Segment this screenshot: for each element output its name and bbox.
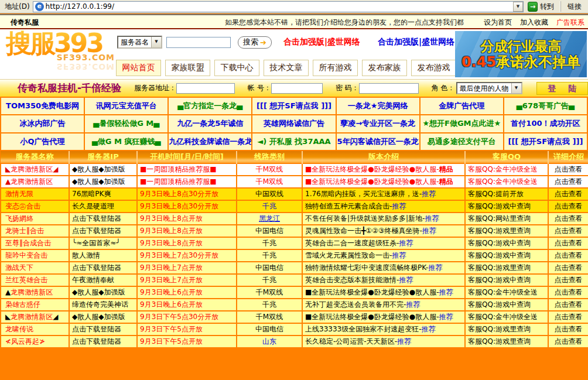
ad-link[interactable]: 易通多途径支付平台 [420,133,504,150]
detail-link-cell[interactable]: 点击查看 [548,299,588,311]
ad-link[interactable]: 冰冰内部广告 [1,115,84,132]
ad-banner[interactable]: 分成行业最高 0.45承诺永不掉单 [455,31,587,77]
promo-link-1[interactable]: 合击加强版|盛世网络 [378,37,454,47]
detail-link-cell[interactable]: 点击查看 [548,249,588,262]
detail-link-cell[interactable]: 点击查看 [548,163,588,176]
go-button[interactable]: → 转到 [524,1,558,13]
version-cell[interactable]: ■全新玩法终极全爆●卧龙爆经验●散人服-推荐 [302,286,465,299]
url-input[interactable] [46,2,513,11]
version-cell[interactable]: 长久稳定-公司运营-天天新区-推荐 [302,336,465,348]
topbar-link-1[interactable]: 加入收藏 [520,18,548,28]
ad-link[interactable]: ◄) 开私服 找37AAA [252,133,336,150]
server-name-cell[interactable]: 至尊‖合成合击 [1,237,69,249]
site-logo[interactable]: 搜服393 SF393.COM SF393.COM [6,30,115,71]
detail-link-cell[interactable]: 点击查看 [548,176,588,188]
version-cell[interactable]: ■全新玩法终极全爆●卧龙爆经验●散人服-精品 [302,163,465,176]
ad-link[interactable]: ▄678哥哥广告▄ [504,97,587,115]
server-name-cell[interactable]: ▲龙腾激情新区 [1,286,69,299]
server-name-cell[interactable]: 龍吟中变合击 [1,249,69,262]
password-input[interactable] [359,83,419,94]
detail-link-cell[interactable]: 点击查看 [548,262,588,274]
ad-link[interactable]: 首付100！成功开区 [504,115,587,132]
version-cell[interactable]: 上线33333级全国独家不封速超变狂-推荐 [302,323,465,336]
server-name-cell[interactable]: ◣龙腾激情新区◢ [1,311,69,323]
detail-link-cell[interactable]: 点击查看 [548,286,588,299]
topbar-link-0[interactable]: 设为首页 [484,18,512,28]
detail-link-cell[interactable]: 点击查看 [548,188,588,200]
ad-link[interactable]: 小Q广告代理 [1,133,84,150]
server-name-cell[interactable]: 龙啸传说 [1,323,69,336]
detail-link-cell[interactable]: 点击查看 [548,336,588,348]
ad-link[interactable]: 一条龙★完美网络 [336,97,420,115]
cell-text: 推荐 [439,313,453,321]
cell-text: ▲ [5,288,11,296]
detail-link-cell[interactable]: 点击查看 [548,323,588,336]
topbar-link-2[interactable]: 广告联系 [556,18,584,28]
ad-link[interactable]: 英雄网络诚信广告 [252,115,336,132]
server-name-cell[interactable]: 变态㊣合击 [1,200,69,213]
ad-link[interactable]: ▄做G M 疯狂赚钱▄ [84,133,168,150]
nav-tab-6[interactable]: 发布游戏 [411,60,456,76]
cell-text: 龙腾激情新区 [11,313,53,321]
search-button[interactable]: 搜索 ➔ [238,36,272,49]
server-name-cell[interactable]: ▲龙腾激情新区 [1,176,69,188]
nav-tab-0[interactable]: 网站首页 [116,60,161,76]
nav-tab-3[interactable]: 技术文章 [264,60,309,76]
detail-link-cell[interactable]: 点击查看 [548,311,588,323]
detail-link-cell[interactable]: 点击查看 [548,213,588,225]
address-field[interactable]: e ▼ [33,1,524,12]
version-cell[interactable]: 不售任何装备|升级就送奖励多多|新地-推荐 [302,213,465,225]
ad-link[interactable]: 九亿一条龙5年诚信 [168,115,252,132]
search-input[interactable] [166,37,231,48]
server-name-cell[interactable]: 飞扬網絡 [1,213,69,225]
server-name-cell[interactable]: ◣龙腾激情新区◢ [1,163,69,176]
nav-tab-2[interactable]: 下载中心 [214,60,259,76]
nav-tab-4[interactable]: 所有游戏 [313,60,358,76]
version-cell[interactable]: 无补丁超变态送会员装备用不完-推荐 [302,299,465,311]
promo-link-0[interactable]: 合击加强版|盛世网络 [283,37,360,47]
account-input[interactable] [271,83,323,94]
ad-link[interactable]: ★想开F做GM点此进★ [420,115,504,132]
server-name-cell[interactable]: 枭雄古惑仔 [1,299,69,311]
address-dropdown-button[interactable]: ▼ [513,2,523,12]
version-cell[interactable]: 英雄合击变态版本新技能激情-推荐 [302,274,465,286]
version-cell[interactable]: ■全新玩法终极全爆●卧龙爆经验●散人服-推荐 [302,311,465,323]
ad-link[interactable]: ▄官方指定一条龙▄ [168,97,252,115]
nav-tab-5[interactable]: 发布家族 [362,60,407,76]
version-cell[interactable]: 独特创造五种元素合成合击-推荐 [302,200,465,213]
open-time-cell: 9月3日晚上7点开放 [137,274,237,286]
links-toolbar[interactable]: 链接 [563,2,586,12]
cell-text: 激情无限 [5,190,33,198]
ad-link[interactable]: [[[ 想开SF请点我 ]]] [252,97,336,115]
ad-link[interactable]: 孽凌→专业开区一条龙 [336,115,420,132]
ad-link[interactable]: 讯网元宝充值平台 [84,97,168,115]
version-cell[interactable]: 1.76黑暗内挂版，买元宝送麻痹，送-推荐 [302,188,465,200]
server-name-cell[interactable]: 激战天下 [1,262,69,274]
ad-link[interactable]: 九亿科技金牌诚信一条龙 [168,133,252,150]
version-cell[interactable]: 英雄合击二合一速度超级狂杀-推荐 [302,237,465,249]
nav-tab-1[interactable]: 家族联盟 [165,60,210,76]
ad-link[interactable]: ▄暑假轻松做G M▄ [84,115,168,132]
ad-link[interactable]: 金牌广告代理 [420,97,504,115]
server-name-cell[interactable]: 激情无限 [1,188,69,200]
server-name-cell[interactable]: ≮风云再起≯ [1,336,69,348]
detail-link-cell[interactable]: 点击查看 [548,200,588,213]
version-cell[interactable]: 灵魂属性致命一击╋①②③终極真坐骑-推荐 [302,225,465,237]
detail-link-cell[interactable]: 点击查看 [548,274,588,286]
server-name-cell[interactable]: 兰红英雄合击 [1,274,69,286]
version-cell[interactable]: ■全新玩法终极全爆●卧龙爆经验●散人服-精品 [302,176,465,188]
ad-link[interactable]: [[[ 想开SF请点我 ]]] [504,133,587,150]
version-cell[interactable]: 独特激情炫耀七彩中变速度流畅终极PK-推荐 [302,262,465,274]
cell-text: 1.76黑暗内挂版，买元宝送麻痹，送- [305,190,422,198]
ad-link[interactable]: TOM350免费电影网 [1,97,84,115]
login-button[interactable]: 登 陆 [536,82,588,95]
server-address-input[interactable] [176,83,235,94]
server-row: 至尊‖合成合击╰≈全国首家≈╯9月3日晚上8点开放千兆英雄合击二合一速度超级狂杀… [1,237,588,249]
search-category-select[interactable]: 服务器名 ▼ [117,36,162,49]
detail-link-cell[interactable]: 点击查看 [548,237,588,249]
role-select[interactable]: 最后使用的人物 ▼ [456,82,522,94]
server-name-cell[interactable]: 龙骑士‖合击 [1,225,69,237]
ad-link[interactable]: 5年闪客诚信开区一条龙 [336,133,420,150]
version-cell[interactable]: 雪域火龙元素属性致命一击-推荐 [302,249,465,262]
detail-link-cell[interactable]: 点击查看 [548,225,588,237]
